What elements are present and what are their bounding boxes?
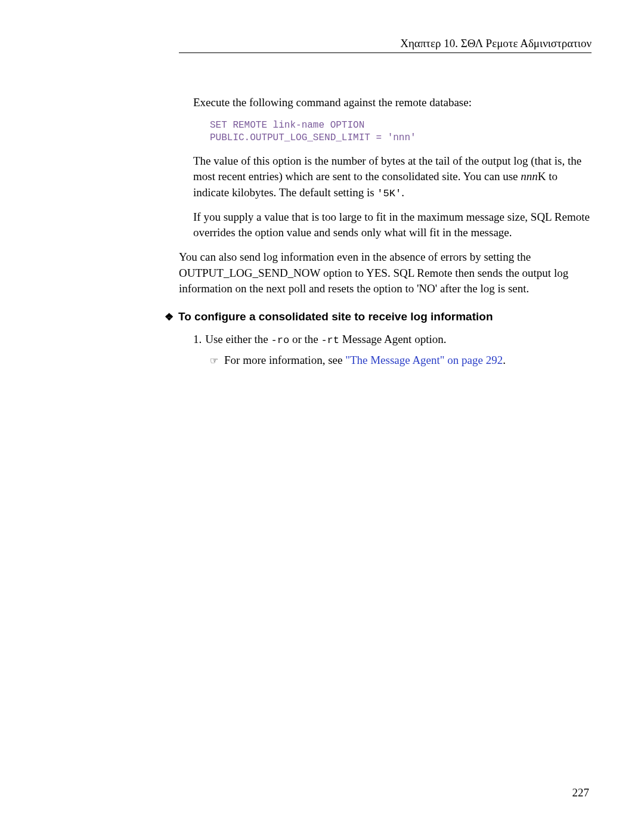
sub-list-item: ☞For more information, see "The Message … bbox=[210, 353, 592, 369]
para1-part-c: . bbox=[401, 186, 404, 199]
para1-code: '5K' bbox=[377, 188, 401, 199]
ol1-c: Message Agent option. bbox=[339, 333, 446, 345]
heading-text: To configure a consolidated site to rece… bbox=[178, 310, 493, 323]
diamond-icon: ❖ bbox=[165, 311, 174, 323]
page-number: 227 bbox=[572, 786, 590, 799]
list-number: 1. bbox=[193, 333, 202, 345]
code-line-1: SET REMOTE link-name OPTION bbox=[210, 120, 364, 131]
sub-b: . bbox=[503, 354, 506, 366]
page-container: Χηαπτερ 10. ΣΘΛ Ρεμοτε Αδμινιστρατιον Ex… bbox=[0, 0, 644, 393]
paragraph-2: If you supply a value that is too large … bbox=[193, 209, 592, 241]
ol1-code2: -rt bbox=[321, 335, 339, 346]
ol1-b: or the bbox=[289, 333, 321, 345]
code-block: SET REMOTE link-name OPTION PUBLIC.OUTPU… bbox=[210, 119, 592, 145]
pointer-icon: ☞ bbox=[210, 356, 218, 366]
para1-nnn: nnn bbox=[521, 170, 538, 183]
code-line-2: PUBLIC.OUTPUT_LOG_SEND_LIMIT = 'nnn' bbox=[210, 132, 416, 143]
list-item: 1.Use either the -ro or the -rt Message … bbox=[193, 332, 592, 348]
paragraph-3: You can also send log information even i… bbox=[179, 249, 592, 297]
cross-reference-link[interactable]: "The Message Agent" on page 292 bbox=[345, 354, 503, 366]
intro-paragraph: Execute the following command against th… bbox=[193, 95, 592, 111]
paragraph-1: The value of this option is the number o… bbox=[193, 153, 592, 201]
chapter-label: Χηαπτερ 10. ΣΘΛ Ρεμοτε Αδμινιστρατιον bbox=[400, 37, 592, 50]
section-heading: ❖To configure a consolidated site to rec… bbox=[165, 310, 592, 323]
ol1-a: Use either the bbox=[205, 333, 271, 345]
sub-a: For more information, see bbox=[224, 354, 345, 366]
page-header: Χηαπτερ 10. ΣΘΛ Ρεμοτε Αδμινιστρατιον bbox=[179, 37, 592, 53]
ol1-code1: -ro bbox=[271, 335, 290, 346]
